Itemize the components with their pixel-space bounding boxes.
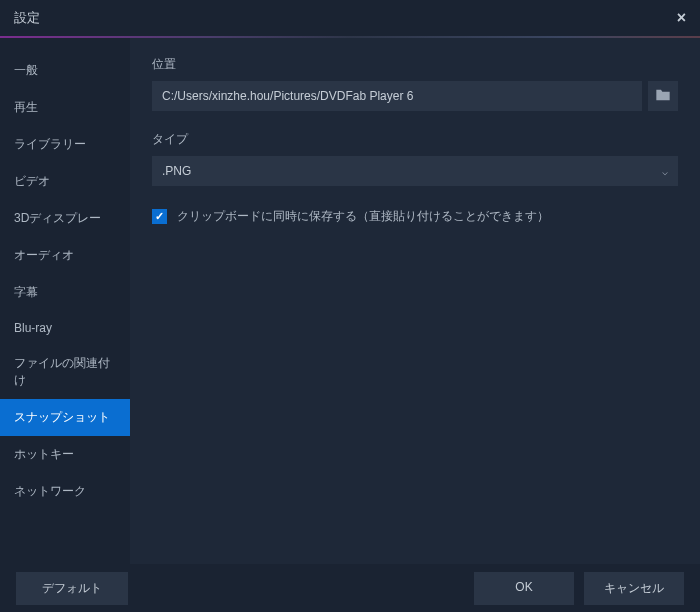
sidebar-item-library[interactable]: ライブラリー: [0, 126, 130, 163]
sidebar-item-snapshot[interactable]: スナップショット: [0, 399, 130, 436]
location-label: 位置: [152, 56, 678, 73]
cancel-button[interactable]: キャンセル: [584, 572, 684, 605]
sidebar-item-3d-display[interactable]: 3Dディスプレー: [0, 200, 130, 237]
window-title: 設定: [14, 9, 40, 27]
clipboard-checkbox-row: ✓ クリップボードに同時に保存する（直接貼り付けることができます）: [152, 208, 678, 225]
type-select-row: .PNG ⌵: [152, 156, 678, 186]
location-input[interactable]: [152, 81, 642, 111]
close-icon[interactable]: ×: [677, 9, 686, 27]
sidebar-item-video[interactable]: ビデオ: [0, 163, 130, 200]
type-select[interactable]: .PNG ⌵: [152, 156, 678, 186]
main-area: 一般 再生 ライブラリー ビデオ 3Dディスプレー オーディオ 字幕 Blu-r…: [0, 38, 700, 564]
sidebar-item-general[interactable]: 一般: [0, 52, 130, 89]
titlebar: 設定 ×: [0, 0, 700, 38]
type-label: タイプ: [152, 131, 678, 148]
default-button[interactable]: デフォルト: [16, 572, 128, 605]
folder-icon: [655, 88, 671, 105]
sidebar-item-bluray[interactable]: Blu-ray: [0, 311, 130, 345]
footer-right: OK キャンセル: [474, 572, 684, 605]
chevron-down-icon: ⌵: [662, 166, 668, 177]
browse-button[interactable]: [648, 81, 678, 111]
location-input-row: [152, 81, 678, 111]
ok-button[interactable]: OK: [474, 572, 574, 605]
sidebar-item-network[interactable]: ネットワーク: [0, 473, 130, 510]
sidebar-item-hotkey[interactable]: ホットキー: [0, 436, 130, 473]
sidebar-item-audio[interactable]: オーディオ: [0, 237, 130, 274]
sidebar-item-subtitle[interactable]: 字幕: [0, 274, 130, 311]
sidebar-item-playback[interactable]: 再生: [0, 89, 130, 126]
type-select-value: .PNG: [162, 164, 191, 178]
sidebar-item-file-assoc[interactable]: ファイルの関連付け: [0, 345, 130, 399]
clipboard-checkbox[interactable]: ✓: [152, 209, 167, 224]
footer: デフォルト OK キャンセル: [0, 564, 700, 612]
clipboard-checkbox-label: クリップボードに同時に保存する（直接貼り付けることができます）: [177, 208, 549, 225]
sidebar: 一般 再生 ライブラリー ビデオ 3Dディスプレー オーディオ 字幕 Blu-r…: [0, 38, 130, 564]
content-panel: 位置 タイプ .PNG ⌵ ✓ クリップボードに同時に保存する（直接貼り付けるこ…: [130, 38, 700, 564]
